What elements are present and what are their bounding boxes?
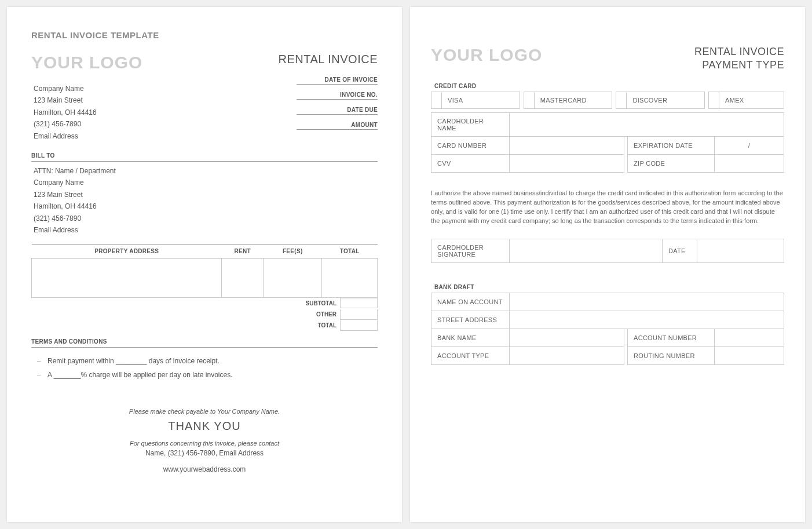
account-type-label: ACCOUNT TYPE [431,346,510,364]
signature-date-label: DATE [663,239,697,262]
col-fees: FEE(S) [264,245,322,258]
zip-label: ZIP CODE [628,154,715,172]
card-type-visa[interactable]: VISA [431,92,520,109]
account-type-field[interactable] [510,346,624,364]
contact-lead: For questions concerning this invoice, p… [31,440,378,447]
card-type-row: VISA MASTERCARD DISCOVER AMEX [431,92,784,109]
card-number-field[interactable] [510,136,624,154]
routing-number-label: ROUTING NUMBER [628,346,715,364]
signature-row: CARDHOLDER SIGNATURE DATE [431,239,784,263]
company-street: 123 Main Street [31,94,279,106]
signature-date-field[interactable] [697,239,784,262]
cardholder-name-field[interactable] [510,112,784,136]
other-value[interactable] [340,309,378,320]
signature-label: CARDHOLDER SIGNATURE [431,239,510,262]
cardholder-name-label: CARDHOLDER NAME [431,112,510,136]
cvv-label: CVV [431,154,510,172]
col-property-address: PROPERTY ADDRESS [32,245,222,258]
invoice-meta: DATE OF INVOICE INVOICE NO. DATE DUE AMO… [279,76,378,130]
signature-field[interactable] [510,239,663,262]
account-number-field[interactable] [715,329,784,346]
bank-draft-form: NAME ON ACCOUNT STREET ADDRESS BANK NAME… [431,293,784,365]
terms-title: TERMS AND CONDITIONS [31,338,378,348]
bill-to-label: BILL TO [31,152,378,162]
subtotal-label: SUBTOTAL [302,298,341,309]
total-label: TOTAL [314,320,340,331]
street-address-label: STREET ADDRESS [431,311,510,329]
totals-block: SUBTOTAL OTHER TOTAL [302,298,378,331]
logo-placeholder: YOUR LOGO [431,45,542,65]
bill-citystate: Hamilton, OH 44416 [34,200,378,212]
date-due-field[interactable]: DATE DUE [297,107,378,115]
bank-draft-section-label: BANK DRAFT [434,284,784,290]
bill-attn: ATTN: Name / Department [34,165,378,177]
date-of-invoice-field[interactable]: DATE OF INVOICE [297,76,378,85]
col-total: TOTAL [322,245,378,258]
zip-field[interactable] [715,154,784,172]
street-address-field[interactable] [510,311,784,329]
card-type-discover[interactable]: DISCOVER [616,92,705,109]
total-value[interactable] [340,320,378,331]
expiration-field[interactable]: / [715,136,784,154]
logo-placeholder: YOUR LOGO [31,53,279,72]
bill-street: 123 Main Street [34,189,378,200]
company-email: Email Address [31,130,279,142]
company-name: Company Name [31,83,279,94]
line-items-table: PROPERTY ADDRESS RENT FEE(S) TOTAL [31,244,378,298]
credit-card-form: CARDHOLDER NAME CARD NUMBER EXPIRATION D… [431,112,784,173]
company-address-block: Company Name 123 Main Street Hamilton, O… [31,83,279,142]
bill-phone: (321) 456-7890 [34,213,378,224]
card-type-mastercard[interactable]: MASTERCARD [524,92,613,109]
thank-you: THANK YOU [31,419,378,433]
payment-title: RENTAL INVOICE PAYMENT TYPE [694,45,784,72]
amount-field[interactable]: AMOUNT [297,122,378,130]
authorization-text: I authorize the above named business/ind… [431,189,784,226]
invoice-page-1: RENTAL INVOICE TEMPLATE YOUR LOGO Compan… [7,7,402,522]
routing-number-field[interactable] [715,346,784,364]
bill-email: Email Address [34,224,378,236]
invoice-no-field[interactable]: INVOICE NO. [297,92,378,100]
credit-card-section-label: CREDIT CARD [434,83,784,89]
term-item: A _______% charge will be applied per da… [47,371,378,379]
company-citystate: Hamilton, OH 44416 [31,107,279,118]
table-row[interactable] [32,258,378,298]
invoice-footer: Please make check payable to Your Compan… [31,408,378,473]
company-phone: (321) 456-7890 [31,118,279,130]
template-title: RENTAL INVOICE TEMPLATE [31,30,378,40]
name-on-account-field[interactable] [510,293,784,311]
payable-text: Please make check payable to Your Compan… [31,408,378,415]
expiration-label: EXPIRATION DATE [628,136,715,154]
cvv-field[interactable] [510,154,624,172]
term-item: Remit payment within ________ days of in… [47,357,378,365]
terms-list: Remit payment within ________ days of in… [31,357,378,379]
bill-company: Company Name [34,177,378,188]
invoice-page-2: YOUR LOGO RENTAL INVOICE PAYMENT TYPE CR… [410,7,805,522]
account-number-label: ACCOUNT NUMBER [628,329,715,346]
subtotal-value[interactable] [340,298,378,308]
bank-name-label: BANK NAME [431,329,510,346]
card-number-label: CARD NUMBER [431,136,510,154]
col-rent: RENT [222,245,264,258]
name-on-account-label: NAME ON ACCOUNT [431,293,510,311]
bank-name-field[interactable] [510,329,624,346]
contact-line: Name, (321) 456-7890, Email Address [31,449,378,457]
bill-to-block: ATTN: Name / Department Company Name 123… [31,165,378,236]
web-address: www.yourwebaddress.com [31,465,378,473]
other-label: OTHER [313,309,340,320]
card-type-amex[interactable]: AMEX [708,92,784,109]
document-title: RENTAL INVOICE [279,53,378,66]
